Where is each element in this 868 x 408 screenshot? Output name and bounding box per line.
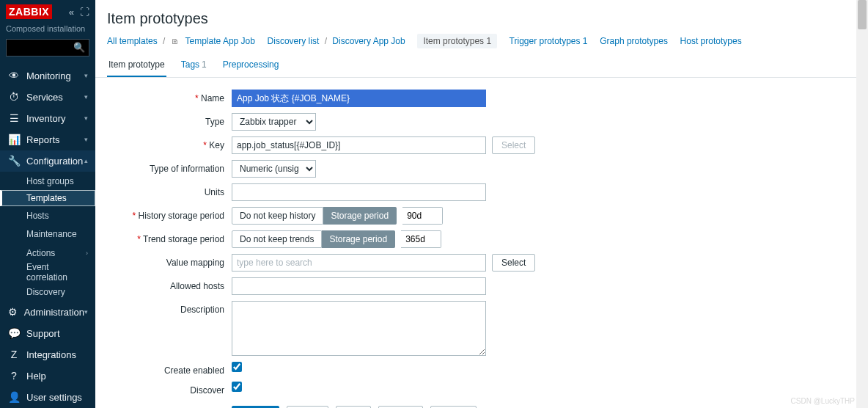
watermark: CSDN @LuckyTHP <box>791 397 855 405</box>
label-toi: Type of information <box>107 160 232 174</box>
crumb-template[interactable]: Template App Job <box>185 36 255 46</box>
nav-support[interactable]: 💬Support <box>0 323 95 344</box>
crumb-host-prototypes[interactable]: Host prototypes <box>680 36 742 46</box>
valmap-select-button[interactable]: Select <box>492 254 535 272</box>
wrench-icon: 🔧 <box>7 155 21 167</box>
main-content: Item prototypes All templates /🗈 Templat… <box>95 0 868 408</box>
type-select[interactable]: Zabbix trapper <box>232 113 316 131</box>
scroll-thumb[interactable] <box>858 0 867 29</box>
page-title: Item prototypes <box>95 0 868 36</box>
chevron-up-icon: ▴ <box>84 157 88 164</box>
breadcrumb: All templates /🗈 Template App Job Discov… <box>95 36 868 54</box>
key-input[interactable] <box>232 136 486 154</box>
key-select-button[interactable]: Select <box>492 136 535 154</box>
description-textarea[interactable] <box>232 301 486 356</box>
history-storage-button[interactable]: Storage period <box>323 207 397 225</box>
tab-preprocessing[interactable]: Preprocessing <box>221 54 281 77</box>
trend-storage-button[interactable]: Storage period <box>322 230 395 248</box>
sidebar-item-event-correlation[interactable]: Event correlation <box>0 262 95 283</box>
collapse-icon[interactable]: « <box>69 7 74 18</box>
crumb-discovery-rule[interactable]: Discovery App Job <box>332 36 405 46</box>
crumb-graph-prototypes[interactable]: Graph prototypes <box>600 36 668 46</box>
sidebar: ZABBIX « ⛶ Composed installation 🔍 👁Moni… <box>0 0 95 408</box>
toi-select[interactable]: Numeric (unsigned) <box>232 160 316 178</box>
tab-tags[interactable]: Tags1 <box>180 54 208 77</box>
template-icon: 🗈 <box>171 36 180 46</box>
label-trend: Trend storage period <box>107 230 232 244</box>
sidebar-item-templates[interactable]: Templates <box>0 190 95 206</box>
fullscreen-icon[interactable]: ⛶ <box>80 7 89 18</box>
eye-icon: 👁 <box>7 70 21 81</box>
nav-monitoring[interactable]: 👁Monitoring▾ <box>0 65 95 87</box>
chevron-down-icon: ▾ <box>84 72 88 79</box>
logo[interactable]: ZABBIX <box>6 4 52 19</box>
trend-value-input[interactable] <box>401 230 441 248</box>
nav-integrations[interactable]: ZIntegrations <box>0 344 95 365</box>
chevron-down-icon: ▾ <box>84 93 88 101</box>
crumb-trigger-prototypes[interactable]: Trigger prototypes 1 <box>510 36 588 46</box>
chevron-down-icon: ▾ <box>84 136 88 143</box>
sidebar-item-maintenance[interactable]: Maintenance <box>0 225 95 244</box>
units-input[interactable] <box>232 183 486 201</box>
nav-inventory[interactable]: ☰Inventory▾ <box>0 108 95 129</box>
scrollbar[interactable] <box>856 0 868 408</box>
label-key: Key <box>107 136 232 150</box>
history-value-input[interactable] <box>402 207 443 225</box>
label-type: Type <box>107 113 232 127</box>
label-history: History storage period <box>107 207 232 221</box>
clock-icon: ⏱ <box>7 91 21 103</box>
crumb-item-prototypes[interactable]: Item prototypes 1 <box>417 34 497 48</box>
nav-configuration[interactable]: 🔧Configuration▴ <box>0 150 95 172</box>
label-units: Units <box>107 183 232 197</box>
sidebar-item-actions[interactable]: Actions› <box>0 244 95 262</box>
label-valmap: Value mapping <box>107 254 232 268</box>
trend-no-button[interactable]: Do not keep trends <box>232 230 322 248</box>
label-allowed: Allowed hosts <box>107 277 232 291</box>
user-icon: 👤 <box>7 391 21 403</box>
tab-item-prototype[interactable]: Item prototype <box>107 54 166 77</box>
chevron-right-icon: › <box>86 249 88 257</box>
crumb-all-templates[interactable]: All templates <box>107 36 158 46</box>
chart-icon: 📊 <box>7 134 21 145</box>
support-icon: 💬 <box>7 327 21 339</box>
install-subtitle: Composed installation <box>0 24 95 39</box>
help-icon: ? <box>7 370 21 382</box>
history-no-button[interactable]: Do not keep history <box>232 207 323 225</box>
list-icon: ☰ <box>7 112 21 124</box>
create-enabled-checkbox[interactable] <box>232 362 242 372</box>
label-discover: Discover <box>107 382 232 396</box>
nav-help[interactable]: ?Help <box>0 365 95 387</box>
label-create-enabled: Create enabled <box>107 362 232 376</box>
chevron-down-icon: ▾ <box>84 114 88 122</box>
value-mapping-input[interactable] <box>232 254 486 272</box>
label-description: Description <box>107 301 232 315</box>
nav-user-settings[interactable]: 👤User settings <box>0 387 95 408</box>
discover-checkbox[interactable] <box>232 382 242 392</box>
search-icon[interactable]: 🔍 <box>73 42 85 53</box>
name-input[interactable] <box>232 90 486 107</box>
chevron-down-icon: ▾ <box>84 308 88 316</box>
crumb-discovery-list[interactable]: Discovery list <box>268 36 320 46</box>
label-name: Name <box>107 90 232 103</box>
sidebar-item-discovery[interactable]: Discovery <box>0 283 95 301</box>
sidebar-item-host-groups[interactable]: Host groups <box>0 172 95 190</box>
sidebar-item-hosts[interactable]: Hosts <box>0 206 95 225</box>
allowed-hosts-input[interactable] <box>232 277 486 295</box>
integrations-icon: Z <box>7 349 21 360</box>
form-tabs: Item prototype Tags1 Preprocessing <box>95 54 868 78</box>
nav-administration[interactable]: ⚙Administration▾ <box>0 302 95 323</box>
gear-icon: ⚙ <box>7 306 18 318</box>
nav-services[interactable]: ⏱Services▾ <box>0 87 95 108</box>
nav-reports[interactable]: 📊Reports▾ <box>0 129 95 150</box>
